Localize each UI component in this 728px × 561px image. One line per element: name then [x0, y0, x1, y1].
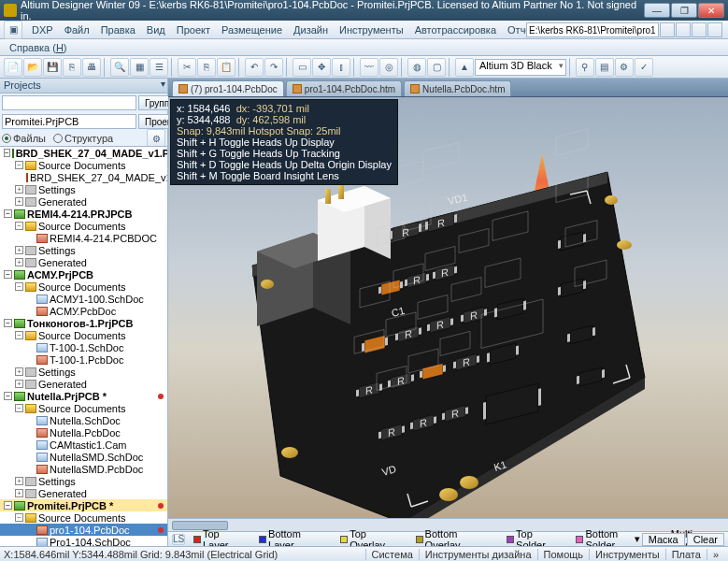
layer-tab[interactable]: Bottom Overlay	[413, 528, 498, 547]
project-tree[interactable]: −BRD_SHEK_27_04_MADE_v1.PRJPCB−Source Do…	[0, 146, 167, 546]
tree-item[interactable]: Pro1-104.SchDoc	[0, 536, 167, 546]
layer-tab[interactable]: Top Layer	[191, 528, 250, 547]
doc-tab[interactable]: (7) pro1-104.PcbDoc	[172, 80, 284, 96]
tool-new-icon[interactable]: 📄	[4, 58, 22, 77]
tree-item[interactable]: +Settings	[0, 366, 167, 378]
close-button[interactable]: ✕	[698, 3, 724, 18]
doc-tab[interactable]: pro1-104.PcbDoc.htm	[286, 80, 402, 96]
tree-item[interactable]: +Settings	[0, 475, 167, 487]
tool-route-icon[interactable]: 〰	[360, 58, 378, 77]
address-home[interactable]	[676, 22, 691, 37]
tree-item[interactable]: NutellaSMD.SchDoc	[0, 451, 167, 463]
tree-item[interactable]: Nutella.PcbDoc	[0, 426, 167, 439]
3d-viewport[interactable]: RRRRRRRRRRRRR VD1 C1 K1 VD x: 1584,646 d…	[168, 97, 728, 518]
tree-item[interactable]: АСМУ1-100.SchDoc	[0, 293, 167, 305]
tool-copy-icon[interactable]: ⎘	[197, 58, 216, 77]
address-back[interactable]	[692, 22, 707, 37]
layer-tab[interactable]: Top Overlay	[337, 528, 407, 547]
tool-redo-icon[interactable]: ↷	[264, 58, 283, 77]
address-fwd[interactable]	[707, 22, 722, 37]
layer-dd-icon[interactable]: ▾	[635, 533, 640, 546]
tool-align-icon[interactable]: ⫿	[332, 58, 350, 77]
tree-item[interactable]: −Source Documents	[0, 280, 167, 293]
tool-via-icon[interactable]: ◎	[379, 58, 398, 77]
tool-cut-icon[interactable]: ✂	[178, 58, 196, 77]
view-config-combo[interactable]: Altium 3D Black	[475, 59, 566, 76]
menu-place[interactable]: Размещение	[216, 22, 288, 37]
tool-rules-icon[interactable]: ⚙	[615, 58, 634, 77]
clear-button[interactable]: Сlear	[687, 533, 724, 546]
tree-item[interactable]: −BRD_SHEK_27_04_MADE_v1.PRJPCB	[0, 147, 167, 159]
tool-3d-icon[interactable]: ◍	[407, 58, 426, 77]
tree-item[interactable]: АСМУ.PcbDoc	[0, 305, 167, 317]
menu-autoroute[interactable]: Автотрассировка	[409, 22, 502, 37]
files-radio[interactable]: Файлы	[2, 133, 46, 144]
status-system[interactable]: Система	[365, 549, 419, 560]
tool-snap-icon[interactable]: ▢	[427, 58, 446, 77]
layer-tab[interactable]: Top Solder	[504, 528, 567, 547]
tool-panel-icon[interactable]: ▤	[595, 58, 614, 77]
tree-item[interactable]: pro1-104.PcbDoc	[0, 524, 167, 536]
tree-item[interactable]: Nutella.SchDoc	[0, 414, 167, 426]
tree-item[interactable]: +Generated	[0, 487, 167, 499]
tool-mode-icon[interactable]: ▲	[455, 58, 474, 77]
minimize-button[interactable]: —	[644, 3, 670, 18]
tool-paste-icon[interactable]: 📋	[217, 58, 236, 77]
status-help[interactable]: Помощь	[537, 549, 590, 560]
help-label[interactable]: Справка (Н)	[4, 40, 73, 55]
tool-print-icon[interactable]: 🖶	[82, 58, 101, 77]
doc-tab[interactable]: Nutella.PcbDoc.htm	[404, 80, 511, 96]
status-board[interactable]: Плата	[665, 549, 707, 560]
tool-zoom-icon[interactable]: 🔍	[110, 58, 129, 77]
tree-item[interactable]: +Generated	[0, 256, 167, 268]
tool-fit-icon[interactable]: ▦	[130, 58, 149, 77]
tree-item[interactable]: T-100-1.SchDoc	[0, 341, 167, 353]
address-input[interactable]	[526, 22, 659, 37]
status-pin-icon[interactable]: »	[707, 549, 724, 560]
dxp-icon[interactable]: ▣	[4, 21, 22, 39]
tool-open-icon[interactable]: 📂	[23, 58, 42, 77]
tree-item[interactable]: −Source Documents	[0, 511, 167, 524]
status-design[interactable]: Инструменты дизайна	[419, 549, 537, 560]
layer-set-icon[interactable]: LS	[172, 534, 185, 545]
menu-project[interactable]: Проект	[171, 22, 216, 37]
menu-tools[interactable]: Инструменты	[334, 22, 409, 37]
menu-design[interactable]: Дизайн	[288, 22, 334, 37]
tool-drc-icon[interactable]: ✓	[635, 58, 653, 77]
tree-item[interactable]: +Settings	[0, 183, 167, 195]
tool-filter-icon[interactable]: ⚲	[576, 58, 594, 77]
tree-item[interactable]: −Тонконогов-1.PrjPCB	[0, 317, 167, 329]
tree-item[interactable]: +Generated	[0, 195, 167, 208]
tool-layers-icon[interactable]: ☰	[150, 58, 168, 77]
address-go[interactable]	[660, 22, 675, 37]
workspace-input[interactable]	[2, 95, 136, 110]
projects-panel-header[interactable]: Projects▾	[0, 79, 167, 94]
tree-item[interactable]: CAMtastic1.Cam	[0, 439, 167, 451]
maximize-button[interactable]: ❐	[671, 3, 697, 18]
tree-item[interactable]: −Source Documents	[0, 402, 167, 414]
tree-item[interactable]: −Source Documents	[0, 220, 167, 232]
tree-item[interactable]: −REMI4.4-214.PRJPCB	[0, 208, 167, 220]
mask-button[interactable]: Маска	[642, 533, 685, 546]
tree-item[interactable]: −Promitei.PrjPCB *	[0, 499, 167, 511]
tool-save-icon[interactable]: 💾	[43, 58, 62, 77]
tool-undo-icon[interactable]: ↶	[245, 58, 264, 77]
tree-item[interactable]: −Nutella.PrjPCB *	[0, 390, 167, 402]
tree-item[interactable]: −АСМУ.PrjPCB	[0, 268, 167, 280]
tree-item[interactable]: T-100-1.PcbDoc	[0, 353, 167, 366]
tool-select-icon[interactable]: ▭	[293, 58, 311, 77]
menu-view[interactable]: Вид	[141, 22, 171, 37]
tree-item[interactable]: +Generated	[0, 378, 167, 390]
panel-options-icon[interactable]: ⚙	[147, 129, 165, 148]
project-input[interactable]	[2, 114, 136, 129]
tree-item[interactable]: −Source Documents	[0, 159, 167, 171]
structure-radio[interactable]: Структура	[53, 133, 113, 144]
tree-item[interactable]: REMI4.4-214.PCBDOC	[0, 232, 167, 244]
tree-item[interactable]: −Source Documents	[0, 329, 167, 341]
tool-move-icon[interactable]: ✥	[312, 58, 331, 77]
tree-item[interactable]: BRD_SHEK_27_04_MADE_v1.PCBDOC	[0, 171, 167, 183]
tree-item[interactable]: +Settings	[0, 244, 167, 256]
status-tools[interactable]: Инструменты	[589, 549, 665, 560]
menu-edit[interactable]: Правка	[95, 22, 141, 37]
tool-saveall-icon[interactable]: ⎘	[63, 58, 81, 77]
